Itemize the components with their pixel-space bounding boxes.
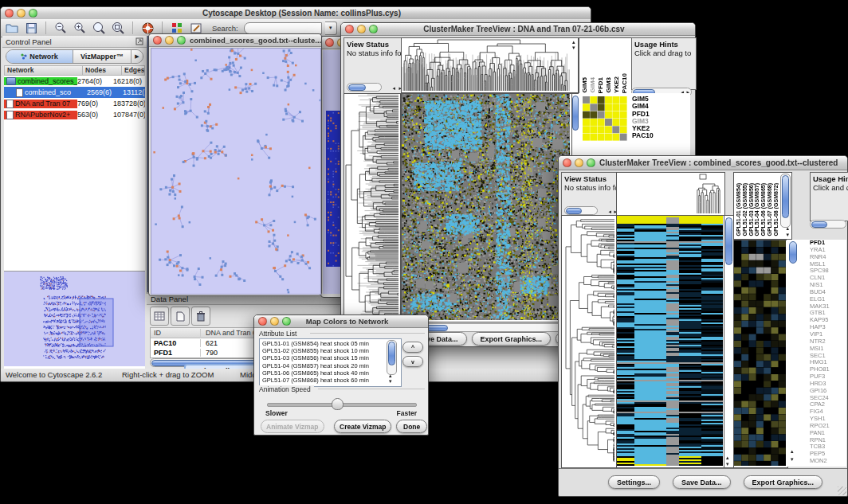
view-status-scrollbar[interactable] <box>564 206 598 215</box>
network-list-item[interactable]: DNA and Tran 07 769(0) 183728(0) <box>4 98 145 109</box>
close-button[interactable] <box>325 38 334 47</box>
minimize-button[interactable] <box>17 9 26 18</box>
column-label[interactable]: GIM3 <box>605 77 613 93</box>
zoom-button[interactable] <box>177 36 186 45</box>
column-header-network[interactable]: Network <box>4 65 83 76</box>
attribute-list-item[interactable]: GPL51-01 (GSM854) heat shock 05 min <box>262 340 401 347</box>
treeview2-titlebar[interactable]: ClusterMaker TreeView : combined_scores_… <box>559 156 847 170</box>
column-label[interactable]: GPL51-01 (GSM854) <box>735 183 741 236</box>
tab-vizmapper[interactable]: VizMapper™ <box>73 50 132 63</box>
attribute-list-item[interactable]: GPL51-07 (GSM868) heat shock 60 min <box>262 377 401 384</box>
treeview-action-button[interactable]: Save Data... <box>673 475 731 489</box>
open-file-icon[interactable] <box>4 21 20 35</box>
delete-attribute-icon[interactable] <box>191 307 210 326</box>
zoom-button[interactable] <box>587 158 595 167</box>
attribute-list-item[interactable]: GPL51-06 (GSM865) heat shock 40 min <box>262 369 401 377</box>
treeview-action-button[interactable]: Settings... <box>608 475 660 489</box>
similarity-matrix[interactable] <box>583 96 627 141</box>
view-status-scrollbar[interactable] <box>347 83 382 92</box>
row-label[interactable]: PAC10 <box>632 132 654 139</box>
close-button[interactable] <box>5 9 14 18</box>
zoom-button[interactable] <box>29 9 37 18</box>
tab-network[interactable]: Network <box>6 50 73 63</box>
search-input[interactable] <box>244 22 322 34</box>
column-header-nodes[interactable]: Nodes <box>83 65 122 76</box>
birdseye-view[interactable] <box>4 271 145 367</box>
move-up-button[interactable]: ^ <box>402 342 423 353</box>
column-label[interactable]: GPL51-08 (GSM872) <box>772 183 779 236</box>
zoom-button[interactable] <box>282 317 291 326</box>
zoom-selected-icon[interactable] <box>91 21 107 35</box>
column-dendrogram-panel[interactable] <box>616 172 725 216</box>
scroll-down-icon[interactable] <box>572 45 575 50</box>
column-label[interactable]: PAC10 <box>621 73 629 93</box>
usage-scrollbar[interactable] <box>810 220 846 229</box>
column-dendrogram-panel[interactable] <box>401 37 572 93</box>
column-label[interactable]: GIM5 <box>581 77 589 93</box>
minimize-button[interactable] <box>270 317 279 326</box>
tab-overflow-arrow[interactable]: ▶ <box>132 50 143 63</box>
gene-list-scroll-gutter[interactable] <box>787 240 808 467</box>
column-labels-scrollbar[interactable] <box>780 174 791 228</box>
id-column-header[interactable]: ID <box>151 329 201 337</box>
close-button[interactable] <box>153 36 162 45</box>
done-button[interactable]: Done <box>396 420 427 433</box>
detail-heatmap-panel[interactable] <box>733 240 788 468</box>
heatmap-panel[interactable] <box>616 215 725 468</box>
search-dropdown-arrow[interactable]: ▼ <box>325 21 337 35</box>
attribute-list-item[interactable]: GPL51-04 (GSM857) heat shock 20 min <box>262 362 401 369</box>
heatmap-panel[interactable] <box>401 93 572 322</box>
zoom-in-icon[interactable] <box>72 21 88 35</box>
minimize-button[interactable] <box>575 158 583 167</box>
animate-vizmap-button[interactable]: Animate Vizmap <box>261 420 324 433</box>
network-canvas[interactable] <box>151 48 321 295</box>
attribute-select-icon[interactable] <box>150 307 169 326</box>
scroll-up-icon[interactable] <box>726 455 729 460</box>
close-button[interactable] <box>345 25 354 33</box>
network-window-titlebar[interactable]: combined_scores_good.txt--cluste... <box>149 34 321 47</box>
scroll-down-icon[interactable] <box>726 461 729 467</box>
scroll-up-icon[interactable] <box>791 448 794 454</box>
minimize-button[interactable] <box>357 25 366 33</box>
save-icon[interactable] <box>23 21 39 35</box>
zoom-fit-icon[interactable] <box>110 21 126 35</box>
minimize-button[interactable] <box>165 36 174 45</box>
scroll-up-icon[interactable] <box>786 225 789 231</box>
scroll-down-icon[interactable] <box>786 232 789 237</box>
main-titlebar[interactable]: Cytoscape Desktop (Session Name: collins… <box>1 7 591 20</box>
attribute-list-item[interactable]: GPL51-03 (GSM856) heat shock 15 min <box>262 354 401 361</box>
create-vizmap-button[interactable]: Create Vizmap <box>334 420 391 433</box>
row-dendrogram-panel[interactable] <box>561 215 618 468</box>
column-scroll-strip[interactable] <box>571 37 579 93</box>
scroll-left-icon[interactable] <box>392 85 395 91</box>
column-label[interactable]: GPL51-06 (GSM865) <box>760 183 766 236</box>
column-label[interactable]: YKE2 <box>613 76 621 93</box>
scroll-down-icon[interactable] <box>791 456 794 462</box>
resize-grip[interactable] <box>838 486 846 495</box>
dialog-titlebar[interactable]: Map Colors to Network <box>254 315 428 328</box>
move-down-button[interactable]: v <box>402 356 423 367</box>
zoom-out-icon[interactable] <box>53 21 69 35</box>
new-attribute-icon[interactable] <box>171 307 190 326</box>
scroll-up-icon[interactable] <box>389 373 392 378</box>
close-button[interactable] <box>258 317 267 326</box>
scroll-down-icon[interactable] <box>389 378 392 384</box>
network-list-item[interactable]: RNAPuberNov2+ 563(0) 107847(0) <box>4 109 145 120</box>
speed-slider-thumb[interactable] <box>332 398 344 410</box>
network-list-item[interactable]: combined_scores_ 2764(0) 16218(0) <box>4 76 145 87</box>
attribute-list-scrollbar[interactable] <box>387 340 397 375</box>
column-label[interactable]: PFD1 <box>597 77 605 93</box>
close-button[interactable] <box>563 158 571 167</box>
treeview1-titlebar[interactable]: ClusterMaker TreeView : DNA and Tran 07-… <box>341 23 695 36</box>
treeview-action-button[interactable]: Export Graphics... <box>472 332 552 346</box>
row-dendrogram-panel[interactable] <box>344 93 401 322</box>
scroll-left-icon[interactable] <box>608 209 611 214</box>
column-label[interactable]: GPL51-02 (GSM855) <box>741 183 748 236</box>
zoom-button[interactable] <box>369 25 378 33</box>
float-panel-icon[interactable] <box>135 37 143 45</box>
gene-list-item[interactable]: MON2 <box>810 458 846 465</box>
attribute-list-item[interactable]: GPL51-02 (GSM855) heat shock 10 min <box>262 347 401 354</box>
column-label[interactable]: GPL51-07 (GSM868) <box>766 183 772 236</box>
column-header-edges[interactable]: Edges <box>122 65 145 76</box>
scroll-up-icon[interactable] <box>572 39 575 45</box>
